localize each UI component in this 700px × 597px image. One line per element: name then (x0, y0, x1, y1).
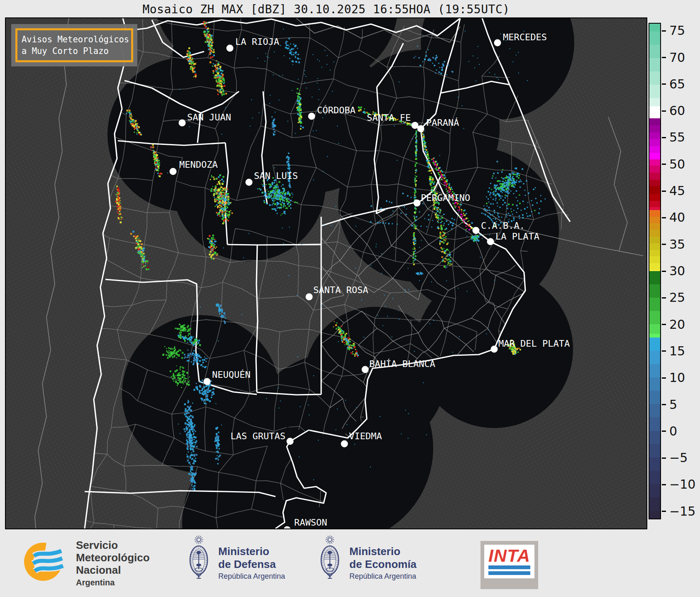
city-label-la-plata: LA PLATA (495, 231, 539, 242)
city-label-mar-del-plata: MAR DEL PLATA (498, 338, 570, 349)
smn-logo-text: Servicio Meteorológico Nacional Argentin… (76, 539, 150, 588)
colorbar-tick (662, 191, 666, 192)
city-dot-paran- (417, 125, 424, 132)
defensa-coat-of-arms-icon (185, 535, 212, 582)
city-dot-neuqu-n (204, 378, 211, 385)
inta-stripe-1 (488, 565, 530, 569)
colorbar-label: 45 (669, 184, 685, 198)
colorbar-label: 65 (669, 77, 685, 91)
colorbar-label: 35 (669, 237, 685, 251)
colorbar-label: 30 (669, 264, 685, 278)
defensa-sub: República Argentina (218, 571, 285, 581)
colorbar-tick (662, 431, 666, 432)
city-dot-c-a-b-a- (473, 227, 480, 234)
colorbar-label: 10 (669, 370, 685, 385)
economia-coat-of-arms-icon (316, 535, 344, 582)
city-label-santa-rosa: SANTA ROSA (313, 285, 368, 295)
colorbar-tick (662, 137, 666, 138)
warning-line2: a Muy Corto Plazo (22, 46, 109, 56)
colorbar-tick (662, 164, 666, 165)
colorbar-label: 0 (669, 424, 677, 438)
city-label-san-juan: SAN JUAN (187, 112, 231, 122)
colorbar-label: 5 (669, 397, 677, 411)
city-label-mendoza: MENDOZA (179, 159, 218, 170)
city-label-pergamino: PERGAMINO (421, 193, 470, 203)
city-dot-mar-del-plata (491, 346, 498, 353)
smn-sub: Argentina (76, 577, 150, 588)
economia-title1: Ministerio (349, 545, 417, 558)
city-dot-pergamino (414, 200, 421, 207)
colorbar-label: 25 (669, 290, 685, 305)
colorbar-tick (662, 511, 666, 512)
smn-logo-icon (22, 538, 73, 587)
colorbar-label: 40 (669, 210, 685, 225)
city-dot-mendoza (170, 168, 177, 175)
colorbar-tick (662, 244, 666, 245)
smn-line2: Meteorológico (76, 551, 150, 564)
colorbar-label: 55 (669, 130, 685, 144)
economia-logo-text: Ministerio de Economía República Argenti… (349, 545, 417, 581)
city-dot-bah-a-blanca (362, 366, 369, 373)
smn-line1: Servicio (76, 539, 150, 551)
colorbar-label: −15 (669, 504, 695, 519)
city-dot-san-luis (246, 179, 253, 186)
radar-map-canvas: LA RIOJAMERCEDESSAN JUANCÓRDOBASANTA FEP… (6, 18, 646, 528)
colorbar-tick (662, 217, 666, 218)
inta-label: INTA (488, 547, 530, 564)
colorbar-label: 50 (669, 157, 685, 171)
city-label-paran-: PARANÁ (426, 117, 459, 128)
city-dot-c-rdoba (308, 113, 315, 120)
economia-title2: de Economía (349, 558, 417, 571)
city-dot-mercedes (494, 39, 501, 46)
city-label-neuqu-n: NEUQUÉN (212, 369, 251, 380)
colorbar-tick (662, 30, 666, 32)
colorbar-tick (662, 377, 666, 379)
defensa-title1: Ministerio (218, 545, 285, 558)
city-dot-santa-rosa (306, 294, 313, 301)
colorbar-tick (662, 297, 666, 298)
colorbar-tick (662, 83, 666, 85)
city-label-c-rdoba: CÓRDOBA (317, 105, 356, 115)
defensa-logo-text: Ministerio de Defensa República Argentin… (218, 545, 285, 581)
city-dot-viedma (341, 440, 348, 448)
colorbar-label: 15 (669, 344, 685, 358)
defensa-title2: de Defensa (218, 558, 285, 571)
warning-box: Avisos Meteorológicos a Muy Corto Plazo (11, 24, 137, 66)
city-label-las-grutas: LAS GRUTAS (231, 431, 285, 441)
colorbar-tick (662, 484, 666, 485)
city-label-c-a-b-a-: C.A.B.A. (481, 220, 525, 231)
city-dot-la-rioja (227, 45, 234, 52)
city-label-bah-a-blanca: BAHÍA BLANCA (369, 359, 435, 369)
city-dot-la-plata (487, 238, 494, 245)
page-title: Mosaico ZH MAX [dBZ] 30.10.2025 16:55HOA… (5, 2, 647, 16)
colorbar-tick (662, 458, 666, 459)
economia-sub: República Argentina (349, 571, 417, 581)
colorbar-label: 20 (669, 317, 685, 331)
city-label-rawson: RAWSON (294, 517, 327, 528)
city-label-la-rioja: LA RIOJA (235, 37, 279, 47)
footer: Servicio Meteorológico Nacional Argentin… (0, 530, 700, 597)
colorbar-label: 60 (669, 103, 685, 118)
warning-text: Avisos Meteorológicos a Muy Corto Plazo (15, 28, 133, 62)
colorbar-label: 75 (669, 23, 685, 38)
radar-mosaic-page: { "title": "Mosaico ZH MAX [dBZ] 30.10.2… (0, 0, 700, 597)
colorbar-tick (662, 404, 666, 405)
radar-map: LA RIOJAMERCEDESSAN JUANCÓRDOBASANTA FEP… (5, 17, 647, 529)
colorbar-tick (662, 324, 666, 325)
city-dot-las-grutas (287, 438, 294, 445)
city-dot-san-juan (179, 120, 186, 127)
inta-stripe-2 (488, 571, 530, 575)
inta-logo: INTA (480, 541, 538, 589)
colorbar-tick (662, 350, 666, 352)
colorbar-tick (662, 110, 666, 112)
colorbar-label: −10 (669, 477, 695, 492)
colorbar-label: −5 (669, 450, 688, 465)
reflectivity-colorbar (649, 23, 661, 519)
city-label-san-luis: SAN LUIS (254, 171, 298, 181)
city-label-viedma: VIEDMA (349, 431, 382, 441)
colorbar-tick (662, 271, 666, 272)
smn-line3: Nacional (76, 564, 150, 576)
city-label-santa-fe: SANTA FE (367, 113, 411, 123)
colorbar-label: 70 (669, 50, 685, 64)
warning-line1: Avisos Meteorológicos (22, 34, 129, 44)
